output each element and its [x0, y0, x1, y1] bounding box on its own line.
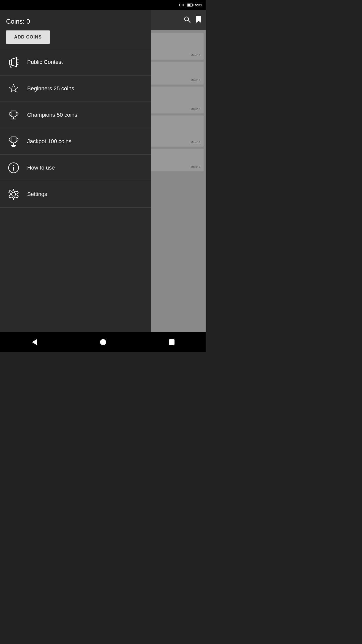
svg-line-7: [10, 64, 11, 67]
svg-rect-24: [169, 340, 174, 345]
signal-indicator: LTE: [179, 3, 186, 7]
star-icon: [6, 81, 21, 96]
info-icon: [6, 160, 21, 175]
menu-item-jackpot[interactable]: Jackpot 100 coins: [0, 128, 151, 155]
svg-marker-6: [12, 58, 17, 67]
menu-item-how-to-use[interactable]: How to use: [0, 155, 151, 181]
menu-item-settings[interactable]: Settings: [0, 181, 151, 208]
svg-point-23: [100, 339, 106, 345]
status-icons: LTE 5:31: [179, 3, 202, 7]
trophy-icon: [6, 107, 21, 123]
navigation-drawer: Coins: 0 ADD COINS Public Contest: [0, 10, 151, 332]
svg-point-20: [13, 165, 14, 166]
cup-icon: [6, 134, 21, 149]
jackpot-label: Jackpot 100 coins: [27, 138, 71, 145]
svg-rect-2: [193, 5, 193, 6]
time-display: 5:31: [195, 3, 202, 7]
menu-list: Public Contest Beginners 25 coins: [0, 49, 151, 332]
menu-item-beginners[interactable]: Beginners 25 coins: [0, 75, 151, 102]
public-contest-label: Public Contest: [27, 59, 63, 65]
megaphone-icon: [6, 55, 21, 70]
svg-marker-12: [9, 84, 18, 92]
home-button[interactable]: [93, 332, 113, 352]
svg-point-21: [12, 192, 16, 196]
recent-apps-button[interactable]: [162, 332, 182, 352]
menu-item-public-contest[interactable]: Public Contest: [0, 49, 151, 75]
bottom-navigation: [0, 332, 206, 352]
settings-label: Settings: [27, 191, 47, 197]
coins-display: Coins: 0: [6, 18, 145, 25]
svg-marker-22: [32, 339, 37, 345]
menu-item-champions[interactable]: Champions 50 coins: [0, 102, 151, 128]
battery-icon: [187, 3, 194, 7]
drawer-header: Coins: 0 ADD COINS: [0, 10, 151, 49]
gear-icon: [6, 187, 21, 202]
bookmark-icon[interactable]: [195, 15, 202, 25]
beginners-label: Beginners 25 coins: [27, 85, 74, 92]
svg-rect-1: [187, 4, 190, 6]
status-bar: LTE 5:31: [0, 0, 206, 10]
champions-label: Champions 50 coins: [27, 112, 77, 118]
svg-line-4: [188, 20, 190, 23]
how-to-use-label: How to use: [27, 165, 55, 171]
svg-point-3: [185, 17, 189, 21]
back-button[interactable]: [24, 332, 44, 352]
add-coins-button[interactable]: ADD COINS: [6, 30, 50, 44]
search-icon[interactable]: [183, 15, 191, 25]
